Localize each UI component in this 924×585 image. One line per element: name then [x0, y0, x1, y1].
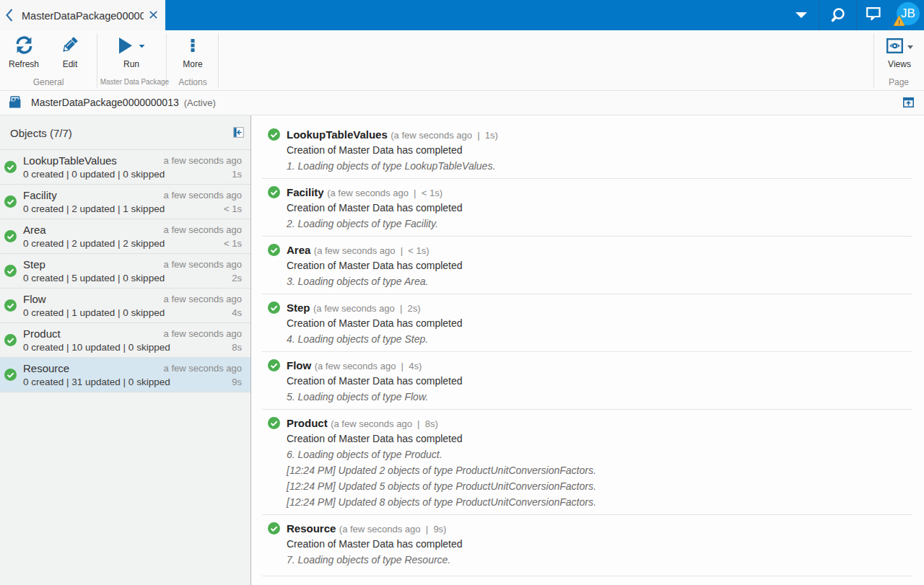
svg-text:!: !	[898, 19, 900, 26]
